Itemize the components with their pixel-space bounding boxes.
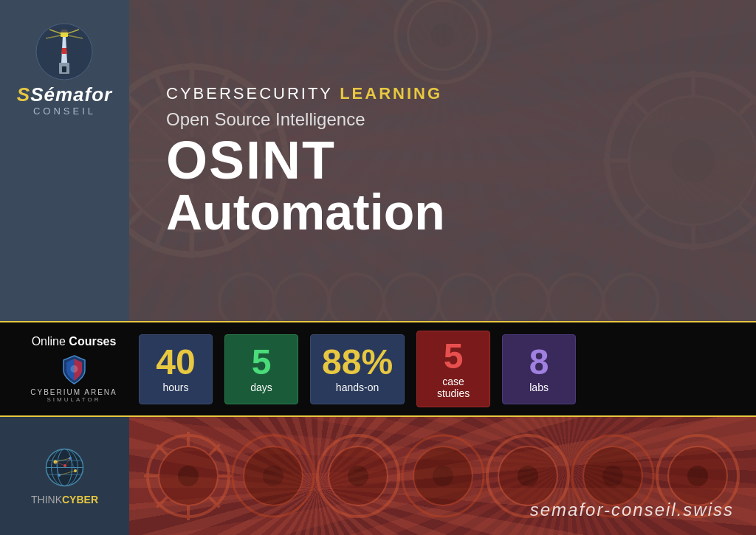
online-courses-section: Online Courses CYBERIUM ARENA SIMULATOR (15, 335, 133, 403)
cyberium-logo: CYBERIUM ARENA SIMULATOR (30, 354, 117, 403)
website-url: semafor-conseil.swiss (530, 500, 734, 520)
stat-labs-number: 8 (529, 345, 549, 380)
svg-point-105 (433, 466, 453, 486)
stat-hours-label: hours (162, 382, 188, 393)
svg-point-111 (602, 466, 623, 486)
stat-handson-number: 88% (322, 345, 393, 380)
hero-content: CYBERSECURITY LEARNING Open Source Intel… (129, 0, 756, 321)
stat-hours: 40 hours (139, 334, 213, 404)
stat-days-number: 5 (252, 345, 272, 380)
bottom-left: THINKCYBER (0, 417, 129, 535)
stat-cases: 5 casestudies (416, 331, 490, 407)
svg-point-68 (70, 365, 78, 373)
brand-subtitle: CONSEIL (33, 106, 96, 117)
brand-name: SSémafor (17, 85, 112, 104)
cyberium-text: CYBERIUM ARENA (30, 388, 117, 396)
svg-marker-3 (62, 48, 67, 54)
top-section: SSémafor CONSEIL (0, 0, 756, 321)
cybersecurity-label: CYBERSECURITY LEARNING (166, 84, 726, 103)
stat-hours-number: 40 (156, 345, 195, 380)
stat-handson: 88% hands-on (310, 334, 405, 404)
stat-labs: 8 labs (502, 334, 576, 404)
course-title-line2: Automation (166, 187, 726, 237)
hero-area: CYBERSECURITY LEARNING Open Source Intel… (129, 0, 756, 321)
course-title-line1: OSINT (166, 134, 726, 187)
lighthouse-icon (35, 22, 94, 81)
svg-point-88 (178, 466, 199, 486)
thinkcyber-brand: THINKCYBER (31, 494, 98, 505)
logo-container: SSémafor CONSEIL (17, 22, 112, 117)
stat-handson-label: hands-on (336, 382, 379, 393)
svg-point-102 (348, 466, 368, 486)
globe-icon (44, 447, 85, 488)
svg-rect-10 (62, 66, 66, 72)
stat-days: 5 days (224, 334, 298, 404)
online-courses-label: Online Courses (32, 335, 117, 348)
shield-icon (61, 354, 87, 385)
bottom-section: THINKCYBER (0, 417, 756, 535)
stat-days-label: days (250, 382, 272, 393)
simulator-text: SIMULATOR (47, 396, 101, 403)
svg-point-108 (518, 466, 538, 486)
svg-point-99 (263, 466, 284, 486)
main-container: SSémafor CONSEIL (0, 0, 756, 535)
bottom-right: semafor-conseil.swiss (129, 417, 756, 535)
stat-labs-label: labs (529, 382, 549, 393)
stat-cases-number: 5 (444, 339, 464, 374)
stats-bar: Online Courses CYBERIUM ARENA SIMULATOR … (0, 321, 756, 417)
course-category: Open Source Intelligence (166, 109, 726, 130)
svg-point-114 (687, 466, 708, 486)
left-sidebar: SSémafor CONSEIL (0, 0, 129, 321)
stat-cases-label: casestudies (437, 376, 470, 399)
